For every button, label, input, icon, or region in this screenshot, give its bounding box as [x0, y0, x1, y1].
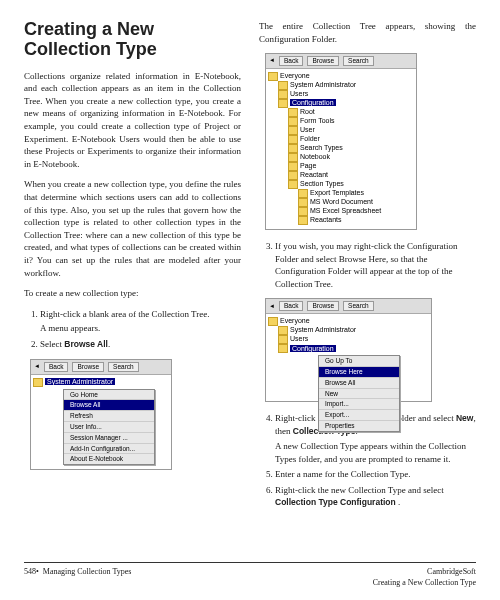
- folder-icon: [288, 108, 298, 117]
- tree-row[interactable]: System Administrator: [268, 326, 429, 335]
- folder-icon: [288, 162, 298, 171]
- step-4-sub: A new Collection Type appears within the…: [275, 440, 476, 465]
- tree-row[interactable]: Page: [268, 162, 414, 171]
- folder-icon: [298, 198, 308, 207]
- tree-row[interactable]: Everyone: [268, 72, 414, 81]
- menu-item-browse-all[interactable]: Browse All: [64, 400, 154, 411]
- step-2: Select Browse All.: [40, 338, 241, 351]
- back-arrow-icon: ◄: [269, 303, 275, 310]
- menu-item-user-info[interactable]: User Info...: [64, 422, 154, 433]
- folder-icon: [278, 90, 288, 99]
- browse-button[interactable]: Browse: [307, 56, 339, 66]
- steps-right-a: If you wish, you may right-click the Con…: [259, 240, 476, 290]
- folder-icon: [298, 216, 308, 225]
- menu-item-properties[interactable]: Properties: [319, 421, 399, 431]
- back-arrow-icon: ◄: [269, 57, 275, 64]
- folder-icon: [288, 144, 298, 153]
- folder-open-icon: [278, 344, 288, 353]
- search-button[interactable]: Search: [108, 362, 139, 372]
- tree-row[interactable]: Configuration: [268, 99, 414, 108]
- tree-row[interactable]: Notebook: [268, 153, 414, 162]
- tree-row[interactable]: Folder: [268, 135, 414, 144]
- intro-paragraph-2: When you create a new collection type, y…: [24, 178, 241, 279]
- folder-icon: [278, 81, 288, 90]
- folder-icon: [288, 135, 298, 144]
- menu-item-browse-all[interactable]: Browse All: [319, 378, 399, 389]
- folder-icon: [288, 117, 298, 126]
- step-6: Right-click the new Collection Type and …: [275, 484, 476, 509]
- search-button[interactable]: Search: [343, 301, 374, 311]
- menu-item-session-manager[interactable]: Session Manager ...: [64, 433, 154, 444]
- screenshot-context-menu: ◄ Back Browse Search System Administrato…: [30, 359, 172, 470]
- folder-open-icon: [288, 180, 298, 189]
- folder-icon: [278, 335, 288, 344]
- intro-paragraph-1: Collections organize related information…: [24, 70, 241, 171]
- tree-row[interactable]: Export Templates: [268, 189, 414, 198]
- folder-open-icon: [278, 99, 288, 108]
- toolbar: ◄ Back Browse Search: [266, 299, 431, 314]
- step-1-sub: A menu appears.: [40, 322, 241, 335]
- tree-row[interactable]: MS Excel Spreadsheet: [268, 207, 414, 216]
- search-button[interactable]: Search: [343, 56, 374, 66]
- folder-icon: [268, 72, 278, 81]
- page-footer: 548• Managing Collection Types Cambridge…: [24, 562, 476, 588]
- lead-in: To create a new collection type:: [24, 287, 241, 300]
- tree-row[interactable]: Section Types: [268, 180, 414, 189]
- context-menu: Go Home Browse All Refresh User Info... …: [63, 389, 155, 466]
- back-button[interactable]: Back: [44, 362, 68, 372]
- tree-row[interactable]: Reactants: [268, 216, 414, 225]
- step-3: If you wish, you may right-click the Con…: [275, 240, 476, 290]
- page-title: Creating a New Collection Type: [24, 20, 241, 60]
- tree-row[interactable]: Reactant: [268, 171, 414, 180]
- folder-icon: [298, 189, 308, 198]
- tree-row[interactable]: Users: [268, 335, 429, 344]
- tree-row[interactable]: Configuration: [268, 344, 429, 353]
- folder-icon: [288, 153, 298, 162]
- menu-item-new[interactable]: New: [319, 389, 399, 400]
- back-button[interactable]: Back: [279, 56, 303, 66]
- folder-icon: [288, 171, 298, 180]
- folder-icon: [268, 317, 278, 326]
- menu-item-export[interactable]: Export...: [319, 410, 399, 421]
- toolbar: ◄ Back Browse Search: [31, 360, 171, 375]
- right-intro: The entire Collection Tree appears, show…: [259, 20, 476, 45]
- menu-item-go-up[interactable]: Go Up To: [319, 356, 399, 367]
- steps-left: Right-click a blank area of the Collecti…: [24, 308, 241, 351]
- step-1: Right-click a blank area of the Collecti…: [40, 308, 241, 335]
- footer-left: Managing Collection Types: [43, 567, 132, 576]
- menu-item-about[interactable]: About E-Notebook: [64, 454, 154, 464]
- screenshot-browse-here: ◄ Back Browse Search Everyone System Adm…: [265, 298, 432, 402]
- tree-row[interactable]: MS Word Document: [268, 198, 414, 207]
- browse-button[interactable]: Browse: [72, 362, 104, 372]
- menu-item-addin-config[interactable]: Add-In Configuration...: [64, 444, 154, 455]
- browse-button[interactable]: Browse: [307, 301, 339, 311]
- footer-right-2: Creating a New Collection Type: [373, 577, 476, 588]
- menu-item-refresh[interactable]: Refresh: [64, 411, 154, 422]
- footer-right-1: CambridgeSoft: [373, 566, 476, 577]
- tree-row[interactable]: Everyone: [268, 317, 429, 326]
- context-menu: Go Up To Browse Here Browse All New Impo…: [318, 355, 400, 432]
- menu-item-go-home[interactable]: Go Home: [64, 390, 154, 401]
- folder-icon: [278, 326, 288, 335]
- menu-item-browse-here[interactable]: Browse Here: [319, 367, 399, 378]
- tree-row[interactable]: User: [268, 126, 414, 135]
- folder-icon: [298, 207, 308, 216]
- tree-row[interactable]: System Administrator: [33, 378, 169, 387]
- tree-row[interactable]: System Administrator: [268, 81, 414, 90]
- folder-icon: [33, 378, 43, 387]
- step-5: Enter a name for the Collection Type.: [275, 468, 476, 481]
- folder-icon: [288, 126, 298, 135]
- tree-row[interactable]: Search Types: [268, 144, 414, 153]
- back-arrow-icon: ◄: [34, 363, 40, 370]
- back-button[interactable]: Back: [279, 301, 303, 311]
- tree-row[interactable]: Root: [268, 108, 414, 117]
- tree-row[interactable]: Form Tools: [268, 117, 414, 126]
- screenshot-full-tree: ◄ Back Browse Search Everyone System Adm…: [265, 53, 417, 230]
- page-number: 548•: [24, 567, 39, 576]
- tree-row[interactable]: Users: [268, 90, 414, 99]
- toolbar: ◄ Back Browse Search: [266, 54, 416, 69]
- menu-item-import[interactable]: Import...: [319, 399, 399, 410]
